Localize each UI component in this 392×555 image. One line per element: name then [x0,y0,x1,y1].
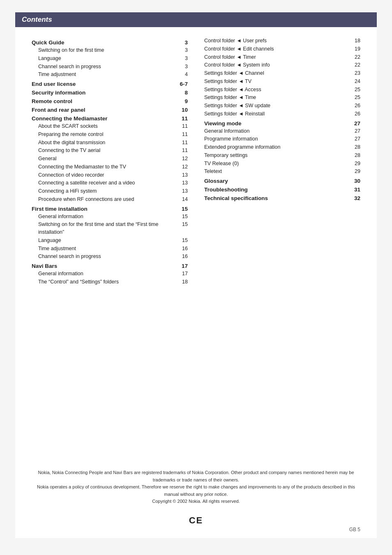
toc-right-sub-title: Settings folder ◄ Time [204,94,348,101]
toc-sub-page: 12 [175,163,188,171]
toc-right-sub-entry: General Information27 [204,127,360,135]
toc-main-page: 11 [175,115,188,122]
toc-sub-page: 11 [175,139,188,147]
toc-sub-title: About the SCART sockets [38,122,175,130]
toc-sub-page: 13 [175,179,188,187]
toc-right-sub-entry: Control folder ◄ System info22 [204,61,360,69]
toc-right-main-title: Troubleshooting [204,187,248,193]
toc-sub-page: 16 [175,253,188,260]
toc-right-sub-title: Control folder ◄ User prefs [204,37,348,45]
toc-sub-title: Time adjustment [38,245,175,253]
toc-sub-page: 13 [175,171,188,179]
toc-right-sub-title: Control folder ◄ Edit channels [204,45,348,53]
toc-main-page: 17 [175,263,188,269]
toc-sub-page: 13 [175,187,188,195]
toc-sub-page: 3 [175,46,188,54]
toc-sub-title: Procedure when RF connections are used [38,196,175,203]
toc-sub-title: Switching on for the first time [38,46,175,54]
toc-main-page: 9 [175,98,188,104]
toc-right-sub-entry: Control folder ◄ Timer22 [204,53,360,61]
ce-mark: CE [189,515,203,526]
toc-sub-title: Connecting to the TV aerial [38,147,175,154]
toc-section-right: Control folder ◄ User prefs18Control fol… [204,37,360,118]
toc-main-title: Front and rear panel [32,107,85,113]
toc-sub-page: 14 [175,196,188,203]
footer: Nokia, Nokia Connecting People and Navi … [32,469,360,505]
toc-right-sub-title: Settings folder ◄ Access [204,86,348,94]
toc-sub-title: Channel search in progress [38,253,175,260]
toc-sub-entry: About the SCART sockets11 [32,122,188,130]
footer-line1: Nokia, Nokia Connecting People and Navi … [32,469,360,484]
toc-sub-page: 15 [175,237,188,244]
toc-sub-entry: General information17 [32,270,188,278]
toc-right-main-title: Technical specifications [204,195,268,201]
toc-right-sub-title: Control folder ◄ System info [204,61,348,69]
toc-right-sub-title: General Information [204,127,348,135]
toc-right-sub-page: 28 [348,152,360,159]
toc-right-sub-title: Programme information [204,135,348,143]
toc-sub-entry: Preparing the remote control11 [32,131,188,138]
toc-sub-page: 11 [175,131,188,138]
toc-sub-title: About the digital transmission [38,139,175,147]
toc-sub-entry: Connecting a satellite receiver and a vi… [32,179,188,187]
toc-right-sub-entry: Settings folder ◄ Reinstall26 [204,110,360,118]
toc-right-sub-entry: Temporary settings28 [204,152,360,159]
toc-sub-page: 15 [175,221,188,236]
toc-main-entry: Remote control9 [32,98,188,104]
toc-main-entry: First time installation15 [32,206,188,212]
toc-main-title: Connecting the Mediamaster [32,115,108,122]
toc-right-sub-page: 23 [348,69,360,77]
right-column: Control folder ◄ User prefs18Control fol… [204,37,360,288]
toc-sub-page: 16 [175,245,188,253]
toc-right-sub-title: Settings folder ◄ SW update [204,102,348,110]
toc-right-sub-entry: TV Release (0)29 [204,160,360,168]
toc-main-title: First time installation [32,206,88,212]
toc-right-sub-page: 29 [348,160,360,168]
page: Contents Quick Guide3Switching on for th… [15,12,377,538]
toc-main-entry: Navi Bars17 [32,263,188,269]
toc-right-sub-entry: Settings folder ◄ TV24 [204,78,360,85]
left-column: Quick Guide3Switching on for the first t… [32,37,188,288]
toc-sub-title: The “Control” and “Settings” folders [38,278,175,286]
toc-right-main-page: 31 [348,187,360,193]
toc-sub-title: Switching on for the first time and star… [38,221,175,236]
toc-sub-page: 3 [175,63,188,71]
toc-main-page: 8 [175,90,188,96]
page-title: Contents [22,16,370,24]
toc-right-sub-page: 28 [348,143,360,151]
toc-section: Quick Guide3Switching on for the first t… [32,39,188,78]
toc-sub-page: 3 [175,55,188,62]
toc-right-sub-entry: Control folder ◄ User prefs18 [204,37,360,45]
toc-section-right: Troubleshooting31 [204,187,360,193]
toc-sub-title: Connecting a satellite receiver and a vi… [38,179,175,187]
toc-main-entry: Front and rear panel10 [32,107,188,113]
toc-right-sub-entry: Teletext29 [204,168,360,175]
toc-section: Connecting the Mediamaster11About the SC… [32,115,188,203]
toc-main-entry: Connecting the Mediamaster11 [32,115,188,122]
toc-right-sub-page: 27 [348,135,360,143]
toc-sub-title: Language [38,237,175,244]
contents-layout: Quick Guide3Switching on for the first t… [32,37,360,288]
toc-main-title: End user license [32,81,76,87]
toc-section: Security information8 [32,90,188,96]
toc-right-sub-page: 22 [348,61,360,69]
toc-main-page: 3 [175,39,188,46]
toc-right-sub-title: Control folder ◄ Timer [204,53,348,61]
toc-sub-entry: Switching on for the first time3 [32,46,188,54]
toc-sub-entry: Switching on for the first time and star… [32,221,188,236]
toc-section-right: Technical specifications32 [204,195,360,201]
toc-sub-entry: Language3 [32,55,188,62]
toc-right-sub-page: 19 [348,45,360,53]
toc-right-sub-title: Temporary settings [204,152,348,159]
toc-sub-entry: General information15 [32,213,188,221]
toc-sub-title: Channel search in progress [38,63,175,71]
toc-sub-title: Time adjustment [38,71,175,78]
toc-right-sub-page: 27 [348,127,360,135]
toc-right-sub-page: 18 [348,37,360,45]
footer-line3: Copyright © 2002 Nokia. All rights reser… [32,498,360,505]
toc-sub-title: Preparing the remote control [38,131,175,138]
toc-right-main-title: Viewing mode [204,120,242,127]
toc-main-page: 6-7 [175,81,188,87]
toc-right-sub-title: Settings folder ◄ Channel [204,69,348,77]
toc-right-sub-page: 25 [348,94,360,101]
